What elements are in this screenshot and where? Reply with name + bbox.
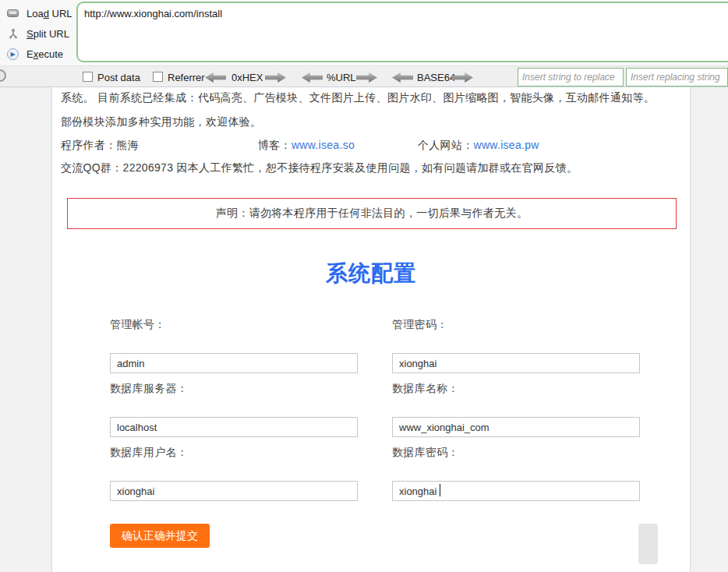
url-label: %URL xyxy=(327,72,356,83)
install-page: 系统。 目前系统已经集成：代码高亮、广告模块、文件图片上传、图片水印、图片缩略图… xyxy=(51,87,691,572)
load-url-button[interactable]: Load URL xyxy=(5,3,76,23)
post-data-label: Post data xyxy=(97,72,140,83)
admin-account-label: 管理帐号： xyxy=(110,318,359,332)
page-title: 系统配置 xyxy=(52,259,690,288)
referrer-label: Referrer xyxy=(168,72,205,83)
url-decode-arrow-icon[interactable] xyxy=(356,72,377,83)
author-text: 程序作者：熊海 xyxy=(61,139,139,153)
blog-row: 博客：www.isea.so xyxy=(258,139,355,153)
hackbar-panel: Load URL Split URL ▶ Execute http://www.… xyxy=(0,0,728,65)
blog-link[interactable]: www.isea.so xyxy=(292,139,355,151)
hex-encode-arrow-icon[interactable] xyxy=(205,72,226,83)
db-server-input[interactable] xyxy=(110,417,358,437)
split-url-button[interactable]: Split URL xyxy=(5,23,76,44)
referrer-checkbox[interactable] xyxy=(153,72,163,82)
hackbar-toolbar: Post data Referrer 0xHEX %URL BASE64 xyxy=(0,65,728,87)
admin-password-label: 管理密码： xyxy=(392,318,641,332)
play-icon: ▶ xyxy=(6,48,19,61)
db-user-input[interactable] xyxy=(110,481,358,501)
disclaimer-text: 声明：请勿将本程序用于任何非法目的，一切后果与作者无关。 xyxy=(216,207,528,221)
site-link[interactable]: www.isea.pw xyxy=(474,139,539,151)
execute-button[interactable]: ▶ Execute xyxy=(5,44,76,64)
db-name-field: 数据库名称： xyxy=(392,382,641,438)
admin-account-field: 管理帐号： xyxy=(110,318,359,374)
db-server-label: 数据库服务器： xyxy=(110,382,359,396)
replacing-string-input[interactable] xyxy=(626,68,728,87)
execute-label: Execute xyxy=(27,48,63,60)
admin-password-field: 管理密码： xyxy=(392,318,641,374)
db-password-label: 数据库密码： xyxy=(392,446,641,460)
disclaimer-box: 声明：请勿将本程序用于任何非法目的，一切后果与作者无关。 xyxy=(67,198,677,229)
hackbar-actions: Load URL Split URL ▶ Execute xyxy=(5,3,76,64)
admin-account-input[interactable] xyxy=(110,353,358,373)
intro-line-1: 系统。 目前系统已经集成：代码高亮、广告模块、文件图片上传、图片水印、图片缩略图… xyxy=(61,91,655,105)
db-name-label: 数据库名称： xyxy=(392,382,641,396)
admin-password-input[interactable] xyxy=(392,353,640,373)
split-icon xyxy=(6,27,19,41)
db-user-field: 数据库用户名： xyxy=(110,446,359,502)
screen: Load URL Split URL ▶ Execute http://www.… xyxy=(0,0,728,572)
db-password-field: 数据库密码： xyxy=(392,446,641,502)
replace-string-input[interactable] xyxy=(518,68,624,87)
db-user-label: 数据库用户名： xyxy=(110,446,359,460)
post-data-checkbox[interactable] xyxy=(83,72,93,82)
intro-line-2: 部份模块添加多种实用功能，欢迎体验。 xyxy=(61,115,261,129)
drive-icon xyxy=(6,7,19,20)
browser-viewport: 系统。 目前系统已经集成：代码高亮、广告模块、文件图片上传、图片水印、图片缩略图… xyxy=(0,87,728,572)
url-encode-arrow-icon[interactable] xyxy=(302,72,323,83)
load-url-label: Load URL xyxy=(27,8,72,19)
hex-decode-arrow-icon[interactable] xyxy=(265,72,286,83)
db-server-field: 数据库服务器： xyxy=(110,382,359,438)
base64-encode-arrow-icon[interactable] xyxy=(392,72,413,83)
db-name-input[interactable] xyxy=(392,417,640,437)
blog-label: 博客： xyxy=(258,139,292,151)
db-password-input[interactable] xyxy=(392,481,640,501)
base64-label: BASE64 xyxy=(417,72,455,83)
split-url-label: Split URL xyxy=(27,28,69,40)
site-label: 个人网站： xyxy=(418,139,474,151)
url-input[interactable]: http://www.xionghai.com/install xyxy=(76,2,728,62)
site-row: 个人网站：www.isea.pw xyxy=(418,139,539,153)
submit-button[interactable]: 确认正确并提交 xyxy=(110,524,210,548)
qq-line: 交流QQ群：22206973 因本人工作繁忙，恕不接待程序安装及使用问题，如有问… xyxy=(61,161,578,175)
text-caret xyxy=(440,484,440,496)
hex-label: 0xHEX xyxy=(231,72,263,83)
clipped-tool-icon xyxy=(0,69,6,82)
scrollbar-thumb[interactable] xyxy=(638,524,658,564)
